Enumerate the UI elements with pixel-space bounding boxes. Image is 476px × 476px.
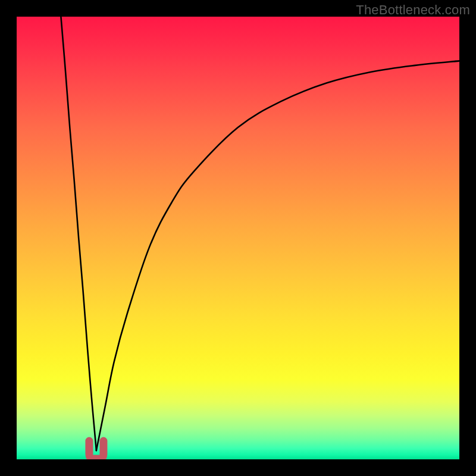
bottleneck-curve-right: [96, 61, 459, 450]
chart-frame: TheBottleneck.com: [0, 0, 476, 476]
curve-layer: [17, 17, 459, 459]
bottleneck-curve-left: [61, 17, 96, 450]
plot-area: [17, 17, 459, 459]
source-credit: TheBottleneck.com: [356, 2, 470, 18]
